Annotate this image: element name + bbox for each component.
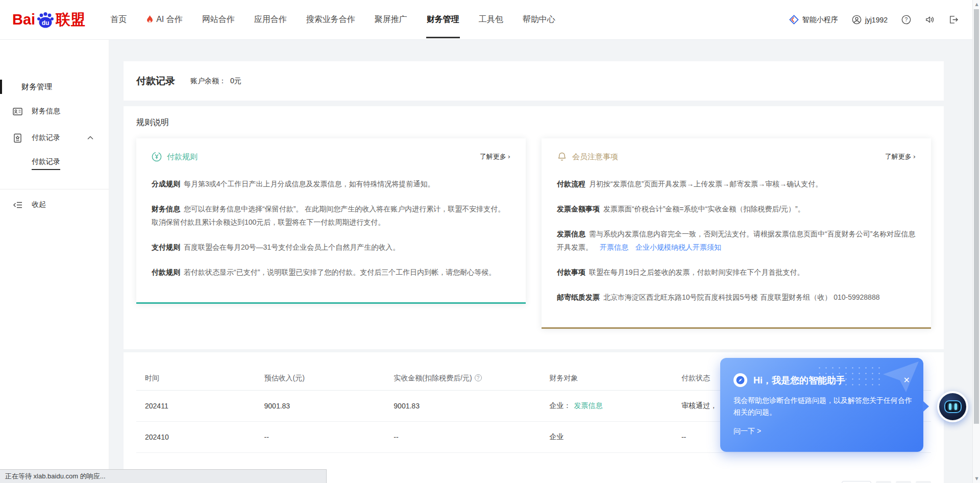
- member-notes-more-link[interactable]: 了解更多›: [885, 152, 916, 161]
- vertical-scrollbar: ▲ ▼: [972, 0, 980, 483]
- scroll-up-arrow[interactable]: ▲: [973, 1, 980, 8]
- collapse-icon: [13, 200, 22, 210]
- nav-ai-cooperation[interactable]: AI 合作: [136, 0, 192, 40]
- logout-icon[interactable]: [948, 15, 958, 25]
- rule-item: 财务信息您可以在财务信息中选择“保留付款”。 在此期间您产生的收入将在账户内进行…: [152, 202, 510, 229]
- account-balance: 账户余额：0元: [190, 77, 241, 86]
- nav-website-cooperation[interactable]: 网站合作: [192, 0, 244, 40]
- next-page-button[interactable]: ›: [916, 481, 931, 483]
- nav-help-center[interactable]: 帮助中心: [513, 0, 565, 40]
- nav-search-cooperation[interactable]: 搜索业务合作: [297, 0, 365, 40]
- cell-actual: --: [385, 421, 541, 452]
- bell-icon: [557, 152, 567, 162]
- rule-item: 分成规则每月第3或4个工作日产出上月分成信息及发票信息，如有特殊情况将提前通知。: [152, 177, 510, 190]
- sidebar-section-finance-management[interactable]: 财务管理: [0, 76, 109, 98]
- close-icon[interactable]: ✕: [903, 376, 910, 384]
- member-notes-title: 会员注意事项: [572, 152, 618, 162]
- user-icon: [852, 15, 862, 25]
- small-taxpayer-notice-link[interactable]: 企业小规模纳税人开票须知: [635, 243, 721, 251]
- miniprogram-icon: [789, 15, 799, 25]
- payment-rules-card: 付款规则 了解更多› 分成规则每月第3或4个工作日产出上月分成信息及发票信息，如…: [136, 138, 526, 304]
- page-title: 付款记录: [136, 75, 175, 88]
- assistant-robot-button[interactable]: [937, 391, 968, 422]
- page-1-button[interactable]: 1: [876, 481, 891, 483]
- payment-rules-more-link[interactable]: 了解更多›: [480, 152, 510, 161]
- top-navigation-bar: Bai du 联盟 首页 AI 合作 网站合作 应用合作 搜索业务合作 聚屏推广…: [0, 0, 972, 40]
- miniprogram-entry[interactable]: 智能小程序: [789, 15, 838, 25]
- cell-time: 202411: [136, 390, 256, 421]
- assistant-message: 我会帮助您诊断合作链路问题，以及解答您关于任何合作相关的问题。: [733, 395, 913, 418]
- cell-estimated: --: [256, 421, 385, 452]
- svg-text:du: du: [42, 19, 50, 27]
- assistant-title: Hi，我是您的智能助手: [753, 374, 845, 387]
- cell-target: 企业: [541, 421, 673, 452]
- rule-item: 付款规则若付款状态显示“已支付”，说明联盟已安排了您的付款。支付后三个工作日内到…: [152, 265, 510, 279]
- nav-finance-management[interactable]: 财务管理: [417, 0, 469, 40]
- cell-time: 202410: [136, 421, 256, 452]
- nav-toolkit[interactable]: 工具包: [469, 0, 513, 40]
- rule-item: 支付规则百度联盟会在每月20号—31号支付企业会员上个自然月产生的收入。: [152, 240, 510, 254]
- help-icon[interactable]: ?: [901, 15, 911, 25]
- yuan-circle-icon: [152, 152, 162, 162]
- rule-item: 付款流程月初按“发票信息”页面开具发票→上传发票→邮寄发票→审核→确认支付。: [557, 177, 916, 190]
- svg-text:?: ?: [905, 17, 908, 22]
- sidebar-subitem-payment-records[interactable]: 付款记录: [0, 151, 109, 176]
- rule-item: 发票信息需与系统内发票信息内容完全一致，否则无法支付。请根据发票信息页面中“百度…: [557, 227, 916, 254]
- cell-target: 企业：发票信息: [541, 390, 673, 421]
- sidebar-item-finance-info[interactable]: 财务信息: [0, 98, 109, 125]
- col-estimated-income: 预估收入(元): [256, 367, 385, 390]
- col-actual-amount: 实收金额(扣除税费后/元)?: [385, 367, 541, 390]
- baidu-paw-icon: du: [36, 11, 55, 29]
- rule-item: 邮寄纸质发票北京市海淀区西北旺东路10号院百度科技园5号楼 百度联盟财务组（收）…: [557, 291, 916, 304]
- help-tooltip-icon[interactable]: ?: [475, 374, 482, 381]
- user-account[interactable]: jyj1992: [852, 15, 888, 25]
- sidebar-item-payment-records[interactable]: 付款记录: [0, 125, 109, 151]
- topbar-right-group: 智能小程序 jyj1992 ?: [789, 15, 958, 25]
- sidebar-collapse-button[interactable]: 收起: [0, 189, 109, 220]
- main-nav: 首页 AI 合作 网站合作 应用合作 搜索业务合作 聚屏推广 财务管理 工具包 …: [101, 0, 565, 40]
- rules-section: 规则说明 付款规则 了解更多› 分成规则每月第3或4个工作日产出上月分成信息及发…: [124, 106, 944, 349]
- logo-text-union: 联盟: [56, 10, 85, 30]
- invoice-info-row-link[interactable]: 发票信息: [574, 401, 603, 409]
- sidebar: 财务管理 财务信息 付款记录 付款记录 收起: [0, 40, 109, 483]
- col-finance-target: 财务对象: [541, 367, 673, 390]
- rule-item: 付款事项联盟在每月19日之后签收的发票，付款时间安排在下个月首批支付。: [557, 265, 916, 279]
- finance-info-icon: [13, 107, 22, 116]
- cell-estimated: 9001.83: [256, 390, 385, 421]
- sound-icon[interactable]: [925, 15, 935, 25]
- prev-page-button[interactable]: ‹: [896, 481, 911, 483]
- logo-text-bai: Bai: [12, 11, 35, 28]
- robot-face-icon: [939, 393, 966, 420]
- page-header-card: 付款记录 账户余额：0元: [124, 61, 944, 101]
- member-notes-card: 会员注意事项 了解更多› 付款流程月初按“发票信息”页面开具发票→上传发票→邮寄…: [542, 138, 931, 329]
- chevron-up-icon: [87, 136, 93, 140]
- baidu-union-logo[interactable]: Bai du 联盟: [12, 10, 85, 30]
- col-time: 时间: [136, 367, 256, 390]
- assistant-popup: Hi，我是您的智能助手 ✕ 我会帮助您诊断合作链路问题，以及解答您关于任何合作相…: [720, 358, 923, 452]
- account-balance-value: 0元: [230, 77, 241, 85]
- rule-item: 发票金额事项发票票面“价税合计”金额=系统中“实收金额（扣除税费后/元）”。: [557, 202, 916, 215]
- flame-icon: [146, 15, 154, 25]
- rules-heading: 规则说明: [136, 117, 931, 128]
- ask-now-link[interactable]: 问一下 >: [733, 427, 761, 436]
- per-page-select[interactable]: 30: [842, 481, 871, 483]
- nav-home[interactable]: 首页: [101, 0, 136, 40]
- invoice-info-link[interactable]: 开票信息: [600, 243, 628, 251]
- scroll-down-arrow[interactable]: ▼: [973, 475, 980, 482]
- browser-status-tooltip: 正在等待 xlab.baidu.com 的响应...: [0, 469, 327, 483]
- nav-app-cooperation[interactable]: 应用合作: [244, 0, 297, 40]
- cell-actual: 9001.83: [385, 390, 541, 421]
- scrollbar-thumb[interactable]: [974, 9, 979, 424]
- payment-records-icon: [13, 133, 22, 143]
- payment-rules-title: 付款规则: [167, 152, 198, 162]
- nav-screen-promotion[interactable]: 聚屏推广: [365, 0, 417, 40]
- compass-icon: [733, 373, 747, 387]
